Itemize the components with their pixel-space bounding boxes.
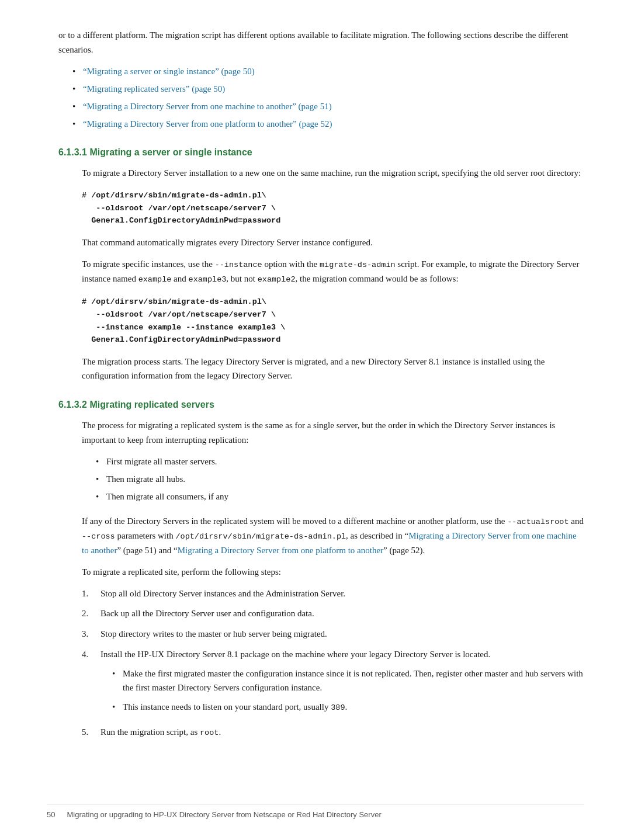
- step-4-text: Install the HP-UX Directory Server 8.1 p…: [100, 650, 490, 659]
- step-4-content: Install the HP-UX Directory Server 8.1 p…: [100, 647, 584, 720]
- code-hash: # /opt/dirsrv/sbin/migrate-ds-admin.pl\: [82, 191, 266, 200]
- section-heading-6131: 6.1.3.1 Migrating a server or single ins…: [58, 147, 584, 158]
- list-item: First migrate all master servers.: [96, 454, 584, 468]
- code2-line2: --oldsroot /var/opt/netscape/server7 \: [82, 310, 276, 319]
- step-4: 4. Install the HP-UX Directory Server 8.…: [82, 647, 584, 720]
- code-migrate-path: /opt/dirsrv/sbin/migrate-ds-admin.pl: [175, 532, 346, 541]
- intro-bullet-list: “Migrating a server or single instance” …: [72, 64, 584, 131]
- section-body-6131: To migrate a Directory Server installati…: [82, 166, 584, 384]
- section2-para2: If any of the Directory Servers in the r…: [82, 514, 584, 558]
- step-3-num: 3.: [82, 627, 100, 641]
- section2-bullet-list: First migrate all master servers. Then m…: [96, 454, 584, 504]
- code-example: example: [138, 275, 172, 284]
- footer-page-number: 50: [47, 810, 55, 819]
- link-machine-to-another[interactable]: “Migrating a Directory Server from one m…: [83, 102, 332, 111]
- list-item: “Migrating replicated servers” (page 50): [72, 82, 584, 96]
- code-cross: --cross: [82, 532, 115, 541]
- section1-para2: That command automatically migrates ever…: [82, 235, 584, 250]
- list-item: “Migrating a server or single instance” …: [72, 64, 584, 78]
- step-5: 5. Run the migration script, as root.: [82, 725, 584, 740]
- link-single-instance[interactable]: “Migrating a server or single instance” …: [83, 67, 255, 76]
- code-example3: example3: [189, 275, 227, 284]
- sub-bullet-1: Make the first migrated master the confi…: [112, 667, 584, 696]
- list-item: Then migrate all consumers, if any: [96, 490, 584, 504]
- code-example2: example2: [258, 275, 296, 284]
- code2-line4: General.ConfigDirectoryAdminPwd=password: [82, 335, 280, 344]
- intro-paragraph: or to a different platform. The migratio…: [58, 28, 584, 57]
- link-platform-to-another[interactable]: “Migrating a Directory Server from one p…: [83, 119, 332, 129]
- link-replicated-servers[interactable]: “Migrating replicated servers” (page 50): [83, 84, 225, 93]
- step-3-text: Stop directory writes to the master or h…: [100, 627, 584, 641]
- code-line3: General.ConfigDirectoryAdminPwd=password: [82, 216, 280, 225]
- sub-bullet-2: This instance needs to listen on your st…: [112, 700, 584, 714]
- code-actualsroot: --actualsroot: [507, 518, 568, 526]
- section1-para3: To migrate specific instances, use the -…: [82, 257, 584, 287]
- code-port-389: 389: [331, 703, 345, 712]
- section1-para4: The migration process starts. The legacy…: [82, 355, 584, 384]
- section2-para1: The process for migrating a replicated s…: [82, 418, 584, 447]
- section-body-6132: The process for migrating a replicated s…: [82, 418, 584, 740]
- step-1: 1. Stop all old Directory Server instanc…: [82, 586, 584, 601]
- footer-inner: 50 Migrating or upgrading to HP-UX Direc…: [47, 804, 584, 819]
- step-1-text: Stop all old Directory Server instances …: [100, 586, 584, 601]
- step-1-num: 1.: [82, 586, 100, 601]
- page-container: or to a different platform. The migratio…: [0, 0, 631, 781]
- code-block-2: # /opt/dirsrv/sbin/migrate-ds-admin.pl\ …: [82, 293, 584, 348]
- step-4-num: 4.: [82, 647, 100, 720]
- step-2-num: 2.: [82, 606, 100, 621]
- link-platform-ref[interactable]: Migrating a Directory Server from one pl…: [178, 546, 383, 555]
- step-4-subbullets: Make the first migrated master the confi…: [112, 667, 584, 715]
- list-item: “Migrating a Directory Server from one m…: [72, 99, 584, 113]
- section1-para1: To migrate a Directory Server installati…: [82, 166, 584, 181]
- step-2-text: Back up all the Directory Server user an…: [100, 606, 584, 621]
- section2-para3: To migrate a replicated site, perform th…: [82, 565, 584, 579]
- footer-text: Migrating or upgrading to HP-UX Director…: [67, 810, 381, 819]
- step-2: 2. Back up all the Directory Server user…: [82, 606, 584, 621]
- code-block-1: # /opt/dirsrv/sbin/migrate-ds-admin.pl\ …: [82, 187, 584, 230]
- code2-line3: --instance example --instance example3 \: [82, 323, 285, 332]
- step-3: 3. Stop directory writes to the master o…: [82, 627, 584, 641]
- code2-line1: # /opt/dirsrv/sbin/migrate-ds-admin.pl\: [82, 297, 266, 306]
- list-item: “Migrating a Directory Server from one p…: [72, 117, 584, 131]
- step-5-text: Run the migration script, as root.: [100, 725, 584, 740]
- code-root: root: [200, 728, 219, 737]
- section-heading-6132: 6.1.3.2 Migrating replicated servers: [58, 400, 584, 410]
- page-footer: 50 Migrating or upgrading to HP-UX Direc…: [0, 804, 631, 819]
- step-5-num: 5.: [82, 725, 100, 740]
- steps-list: 1. Stop all old Directory Server instanc…: [82, 586, 584, 740]
- code-line2: --oldsroot /var/opt/netscape/server7 \: [82, 204, 276, 213]
- list-item: Then migrate all hubs.: [96, 472, 584, 486]
- code-migrate-ds-admin: migrate-ds-admin: [320, 261, 396, 269]
- code-instance-option: --instance: [215, 261, 262, 269]
